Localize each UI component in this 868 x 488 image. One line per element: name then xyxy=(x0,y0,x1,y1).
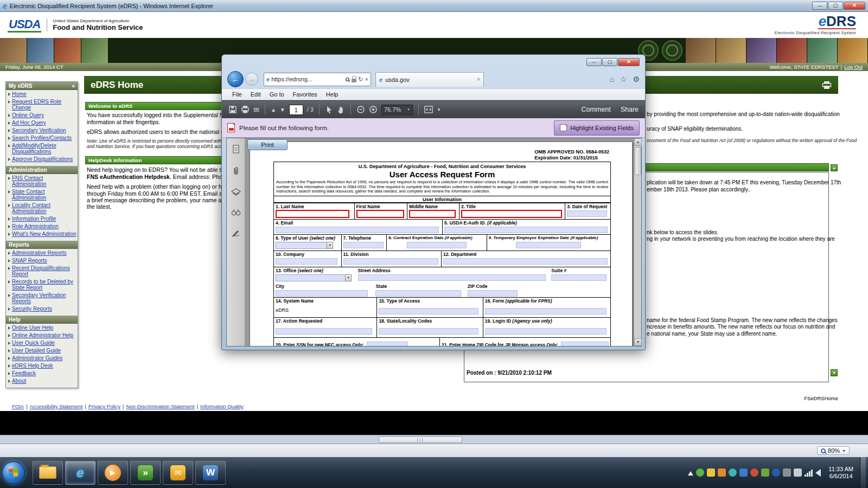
sidebar-item-online-user-help[interactable]: Online User Help xyxy=(6,324,78,331)
sidebar-link[interactable]: Security Reports xyxy=(12,306,52,312)
sidebar-link[interactable]: Online User Help xyxy=(12,325,53,331)
telephone-input[interactable] xyxy=(343,242,384,248)
dropdown-arrow-icon[interactable] xyxy=(327,242,333,249)
last-name-input[interactable] xyxy=(276,210,349,218)
start-button[interactable] xyxy=(2,461,25,484)
sidebar-item-online-query[interactable]: Online Query xyxy=(6,111,78,119)
sidebar-item-administrator-guides[interactable]: Administrator Guides xyxy=(6,354,78,362)
tray-app-icon[interactable] xyxy=(729,468,737,477)
sidebar-item-information-profile[interactable]: Information Profile xyxy=(6,215,78,222)
home-icon[interactable]: ⌂ xyxy=(609,75,614,84)
footer-link-privacy[interactable]: Privacy Policy xyxy=(88,403,120,409)
tab-close-icon[interactable]: × xyxy=(477,76,480,82)
menu-file[interactable]: File xyxy=(228,90,246,99)
collapse-icon[interactable]: « xyxy=(72,83,75,89)
sidebar-item-snap-reports[interactable]: SNAP Reports xyxy=(6,256,78,264)
favorites-star-icon[interactable]: ☆ xyxy=(620,75,627,84)
sidebar-link[interactable]: Records to be Deleted by State Report xyxy=(12,279,76,291)
network-icon[interactable] xyxy=(805,469,813,477)
home-zip-input[interactable] xyxy=(561,342,609,346)
footer-link-accessibility[interactable]: Accessibility Statement xyxy=(30,403,83,409)
sidebar-item-records-deleted[interactable]: Records to be Deleted by State Report xyxy=(6,278,78,291)
sidebar-item-user-quick-guide[interactable]: User Quick Guide xyxy=(6,339,78,346)
sidebar-link[interactable]: State Contact Administration xyxy=(12,189,76,201)
menu-edit[interactable]: Edit xyxy=(247,90,265,99)
minimize-button[interactable] xyxy=(812,2,827,10)
layers-icon[interactable] xyxy=(231,188,241,197)
pdf-print-button[interactable]: Print xyxy=(247,139,288,150)
sidebar-link[interactable]: Administrator Guides xyxy=(12,355,62,361)
sidebar-item-online-admin-help[interactable]: Online Administrator Help xyxy=(6,331,78,339)
sidebar-item-approve-disqualifications[interactable]: Approve Disqualifications xyxy=(6,155,78,163)
show-hidden-icon[interactable] xyxy=(688,471,693,476)
department-input[interactable] xyxy=(443,258,608,265)
sidebar-item-role-change[interactable]: Request EDRS Role Change xyxy=(6,98,78,111)
sidebar-link[interactable]: User Detailed Guide xyxy=(12,348,61,354)
state-locality-codes-input[interactable] xyxy=(379,328,478,335)
toolbar-overflow-icon[interactable]: ▼ xyxy=(437,107,441,112)
maximize-button[interactable] xyxy=(828,2,843,10)
type-of-access-input[interactable] xyxy=(379,308,478,314)
sidebar-link[interactable]: Request EDRS Role Change xyxy=(12,99,76,111)
sidebar-link[interactable]: FNS Contact Administration xyxy=(12,175,76,187)
sidebar-link[interactable]: eDRS Help Desk xyxy=(12,363,53,369)
sidebar-link[interactable]: Online Administrator Help xyxy=(12,332,73,338)
print-icon[interactable] xyxy=(241,105,250,114)
tray-app-icon[interactable] xyxy=(718,468,726,477)
tray-app-icon[interactable] xyxy=(761,468,769,477)
taskbar-app-explorer[interactable] xyxy=(33,461,63,485)
show-desktop-button[interactable] xyxy=(860,457,866,488)
page-thumbnails-icon[interactable] xyxy=(232,145,240,155)
tray-app-icon[interactable] xyxy=(794,468,802,477)
sidebar-item-recent-disqualifications[interactable]: Recent Disqualifications Report xyxy=(6,264,78,278)
sidebar-item-home[interactable]: Home xyxy=(6,90,78,98)
ssn-input[interactable] xyxy=(367,342,408,346)
menu-goto[interactable]: Go to xyxy=(266,90,288,99)
scroll-up-icon[interactable]: ▲ xyxy=(831,164,838,171)
office-select[interactable] xyxy=(276,274,352,281)
tray-app-icon[interactable] xyxy=(739,468,748,477)
select-tool-icon[interactable] xyxy=(325,106,333,114)
tray-app-icon[interactable] xyxy=(783,468,791,477)
sidebar-link[interactable]: User Quick Guide xyxy=(12,340,55,346)
sidebar-item-about[interactable]: About xyxy=(6,377,78,384)
sidebar-link[interactable]: Home xyxy=(12,91,27,97)
menu-help[interactable]: Help xyxy=(322,90,342,99)
sidebar-link[interactable]: Locality Contact Administration xyxy=(12,202,76,214)
tray-app-icon[interactable] xyxy=(707,468,715,477)
taskbar-clock[interactable]: 11:33 AM 6/6/2014 xyxy=(828,466,853,480)
sidebar-item-administrative-reports[interactable]: Administrative Reports xyxy=(6,249,78,256)
street-address-input[interactable] xyxy=(358,274,546,281)
stop-icon[interactable]: × xyxy=(365,76,368,82)
taskbar-app-outlook[interactable]: ✉ xyxy=(163,461,193,485)
close-button[interactable] xyxy=(618,58,640,66)
hand-tool-icon[interactable] xyxy=(337,106,345,114)
email-icon[interactable]: ✉ xyxy=(253,106,259,114)
taskbar-app-media-player[interactable]: ▶ xyxy=(98,461,128,485)
sidebar-link[interactable]: SNAP Reports xyxy=(12,258,47,264)
sidebar-link[interactable]: What's New Administration xyxy=(12,231,76,237)
browser-tab[interactable]: e usda.gov × xyxy=(375,72,484,87)
state-input[interactable] xyxy=(375,290,461,297)
sidebar-link[interactable]: Administrative Reports xyxy=(12,250,67,256)
maximize-button[interactable] xyxy=(602,58,617,66)
taskbar-app-green[interactable]: » xyxy=(130,461,161,485)
first-name-input[interactable] xyxy=(356,210,404,218)
sidebar-link[interactable]: Secondary Verification Reports xyxy=(12,292,76,304)
scrollbar-thumb[interactable] xyxy=(379,436,462,443)
minimize-button[interactable] xyxy=(586,58,602,66)
pdf-scrollbar[interactable]: ▲ ▼ xyxy=(634,138,641,346)
refresh-icon[interactable]: ↻ xyxy=(358,76,363,82)
contract-expiration-input[interactable] xyxy=(407,242,467,248)
zoom-out-icon[interactable] xyxy=(356,105,365,114)
sidebar-item-role-administration[interactable]: Role Administration xyxy=(6,222,78,230)
temp-expiration-input[interactable] xyxy=(516,242,581,248)
footer-link-foia[interactable]: FOIA xyxy=(12,403,24,409)
sidebar-link[interactable]: Ad Hoc Query xyxy=(12,120,46,126)
signature-icon[interactable] xyxy=(232,228,240,237)
sidebar-item-search-profiles[interactable]: Search Profiles/Contacts xyxy=(6,134,78,142)
email-input[interactable] xyxy=(276,227,439,233)
tray-app-icon[interactable] xyxy=(696,468,704,477)
suite-input[interactable] xyxy=(551,274,607,281)
sidebar-item-fns-contact[interactable]: FNS Contact Administration xyxy=(6,174,78,188)
